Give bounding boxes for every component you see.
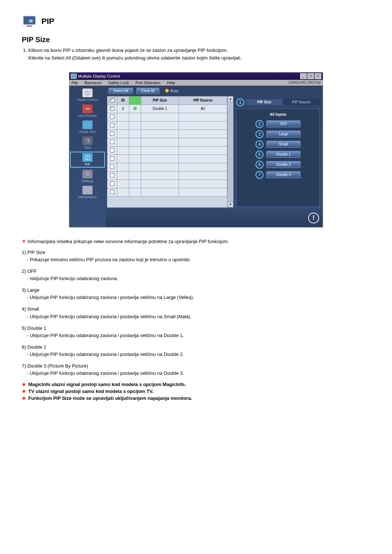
scroll-up-icon[interactable]: ▲ [228,96,233,102]
titlebar: Multiple Display Control _ □ × [69,73,323,80]
info-icon[interactable]: ! [308,213,319,223]
scrollbar[interactable]: ▲ ▼ [227,96,233,208]
info-line: ✶Informacijska rešetka prikazuje neke os… [22,238,370,245]
menu-port-selection[interactable]: Port Selection [135,81,160,85]
section-title: PIP Size [22,36,370,44]
col-check[interactable] [107,96,117,104]
window-title: Multiple Display Control [78,74,120,78]
note-3: ✶Funkcijom PIP Size može se upravljati u… [22,395,370,401]
app-icon [71,74,77,79]
callout-1: 1 [236,98,244,106]
tab-pip-source[interactable]: PIP Source [283,99,320,105]
display-grid: ID PIP Size PIP Source 0 Double 1 AV [107,96,227,208]
col-status [129,96,141,104]
brand-label: SAMSUNG DIGITall [288,81,320,85]
option-double2[interactable]: Double 2 [266,161,301,168]
busy-indicator: Busy [165,89,178,93]
table-row[interactable]: 0 Double 1 AV [107,104,227,113]
star-icon: ✶ [22,395,26,401]
intro-list: Klikom na ikonu PIP u izborniku glavnih … [28,47,370,62]
status-dot-icon [133,107,137,110]
option-small[interactable]: Small [266,141,301,148]
sidebar: ⏻Power Control ➥Input Source ▭Image Size… [69,86,106,227]
sidebar-item-settings[interactable]: ⚙Settings [71,169,104,184]
clear-all-button[interactable]: Clear All [136,88,159,94]
col-pip-source: PIP Source [179,96,227,104]
sidebar-item-time[interactable]: ◔Time [71,136,104,150]
intro-line-1: Klikom na ikonu PIP u izborniku glavnih … [28,48,228,53]
row-pip-size: Double 1 [141,104,179,113]
callout-7: 7 [256,171,264,179]
app-screenshot: Multiple Display Control _ □ × File Remo… [69,72,323,227]
option-off[interactable]: OFF [266,120,301,127]
select-all-button[interactable]: Select All [109,88,133,94]
star-icon: ✶ [22,382,26,387]
sidebar-item-pip[interactable]: ◫PIP [70,152,105,168]
note-2: ✶TV ulazni signal postoji samo kod model… [22,389,370,394]
intro-line-2: Kliknite na Select All (Odaberi sve) ili… [28,55,241,61]
side-panel: 1 PIP Size PIP Source All Inputs 2OFF 3L… [233,96,323,209]
svg-rect-1 [29,20,33,22]
callout-3: 3 [256,130,264,138]
footer-bar: ! [106,209,323,227]
maximize-button[interactable]: □ [307,73,314,79]
col-pip-size: PIP Size [141,96,179,104]
row-pip-source: AV [179,104,227,113]
monitor-icon [22,15,37,28]
option-double3[interactable]: Double 3 [266,171,301,178]
close-button[interactable]: × [315,73,321,79]
menu-file[interactable]: File [72,81,78,85]
sidebar-item-power-control[interactable]: ⏻Power Control [71,88,104,102]
menu-safety-lock[interactable]: Safety Lock [108,81,129,85]
sidebar-item-maintenance[interactable]: 🛠Maintenance [71,185,104,200]
col-id: ID [117,96,129,104]
sidebar-item-image-size[interactable]: ▭Image Size [71,120,104,134]
option-large[interactable]: Large [266,131,301,138]
scroll-down-icon[interactable]: ▼ [228,202,233,208]
callout-6: 6 [256,161,264,169]
note-1: ✶MagicInfo ulazni signal postoji samo ko… [22,382,370,387]
numbered-list: 1) PIP Size- Prikazuje trenutnu veličinu… [22,249,370,377]
option-double1[interactable]: Double 1 [266,151,301,158]
menubar: File Remocon Safety Lock Port Selection … [69,80,323,86]
sidebar-item-input-source[interactable]: ➥Input Source [71,104,104,118]
svg-rect-2 [27,25,32,27]
menu-remocon[interactable]: Remocon [85,81,102,85]
row-id: 0 [117,104,129,113]
menu-help[interactable]: Help [167,81,175,85]
callout-2: 2 [256,120,264,128]
page-title: PIP [41,17,54,26]
callout-4: 4 [256,140,264,148]
row-checkbox[interactable] [110,106,114,111]
minimize-button[interactable]: _ [300,73,307,79]
star-icon: ✶ [22,238,26,244]
star-icon: ✶ [22,389,26,394]
panel-title: All Inputs [270,112,286,116]
tab-pip-size[interactable]: PIP Size [246,99,283,105]
busy-dot-icon [165,89,169,93]
callout-5: 5 [256,151,264,159]
